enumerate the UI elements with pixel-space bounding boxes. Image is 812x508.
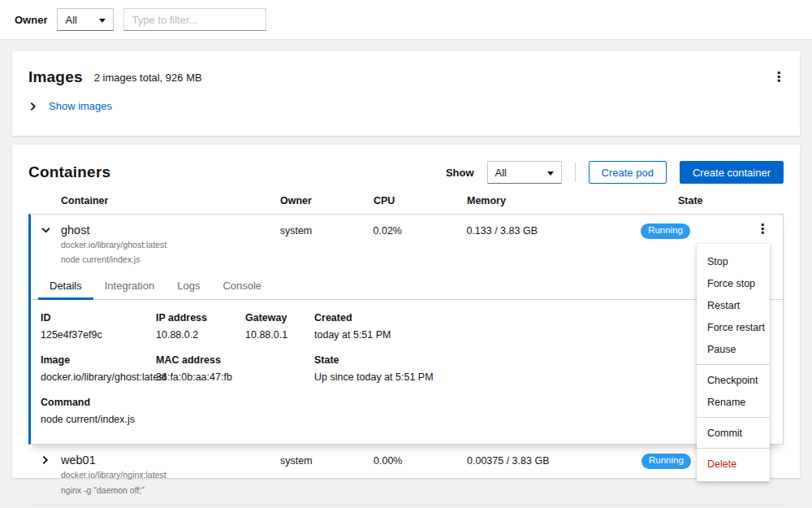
header-cpu: CPU (374, 195, 467, 206)
table-row[interactable]: ghost docker.io/library/ghost:latest nod… (31, 215, 783, 273)
show-images-link[interactable]: Show images (49, 100, 112, 112)
detail-mac-value: 36:fa:0b:aa:47:fb (156, 371, 245, 383)
menu-item-checkpoint[interactable]: Checkpoint (697, 369, 770, 391)
chevron-right-icon (41, 457, 50, 463)
header-state: State (641, 195, 743, 206)
detail-id: ID 125e4f37ef9c (41, 312, 156, 354)
detail-image-label: Image (41, 354, 156, 366)
menu-item-stop[interactable]: Stop (697, 250, 770, 272)
containers-actions: Show All Create pod Create container (446, 161, 784, 184)
container-actions-menu: Stop Force stop Restart Force restart Pa… (697, 244, 770, 481)
detail-command-label: Command (41, 397, 773, 408)
detail-id-label: ID (41, 312, 156, 323)
images-card: Images 2 images total, 926 MB ⋮ Show ima… (12, 51, 800, 136)
detail-ip-value: 10.88.0.2 (156, 329, 245, 341)
detail-gateway: Gateway 10.88.0.1 (245, 312, 314, 354)
menu-item-pause[interactable]: Pause (697, 338, 770, 360)
menu-item-delete[interactable]: Delete (697, 453, 770, 475)
container-command: nginx -g "daemon off;" (61, 484, 280, 497)
menu-item-force-stop[interactable]: Force stop (697, 272, 770, 294)
memory-cell: 0.133 / 3.83 GB (466, 224, 641, 237)
detail-gateway-label: Gateway (245, 312, 314, 323)
row-kebab-menu-icon[interactable]: ⋮ (751, 221, 774, 237)
owner-cell: system (280, 224, 374, 237)
detail-command: Command node current/index.js (41, 397, 773, 439)
container-image: docker.io/library/nginx:latest (61, 469, 280, 481)
container-cell: ghost docker.io/library/ghost:latest nod… (61, 224, 280, 266)
tab-integration[interactable]: Integration (93, 273, 166, 300)
menu-divider (697, 364, 770, 365)
memory-cell: 0.00375 / 3.83 GB (467, 454, 641, 467)
owner-select[interactable]: All (57, 8, 114, 31)
container-name: ghost (61, 224, 280, 237)
tab-details[interactable]: Details (38, 273, 93, 300)
create-pod-button[interactable]: Create pod (589, 161, 667, 184)
detail-image-value: docker.io/library/ghost:latest (41, 371, 156, 383)
containers-card-header: Containers Show All Create pod Create co… (28, 161, 784, 184)
menu-divider (697, 417, 770, 418)
chevron-right-icon (28, 103, 37, 110)
detail-ip: IP address 10.88.0.2 (156, 312, 245, 354)
page: Owner All Images 2 images total, 926 MB … (0, 0, 812, 508)
expand-row-toggle[interactable] (28, 454, 61, 463)
menu-item-force-restart[interactable]: Force restart (697, 316, 770, 338)
header-memory: Memory (467, 195, 641, 206)
owner-select-value: All (65, 14, 76, 26)
status-badge: Running (641, 224, 690, 239)
container-name: web01 (61, 454, 280, 467)
show-label: Show (446, 167, 474, 179)
show-filter-select[interactable]: All (487, 161, 562, 184)
containers-card: Containers Show All Create pod Create co… (12, 145, 800, 478)
filter-input[interactable] (123, 8, 266, 31)
cpu-cell: 0.02% (374, 224, 467, 237)
container-row-ghost-expanded: ghost docker.io/library/ghost:latest nod… (28, 214, 784, 445)
details-panel: ID 125e4f37ef9c IP address 10.88.0.2 Gat… (31, 300, 783, 444)
filter-toolbar: Owner All (0, 0, 812, 40)
detail-tabs: Details Integration Logs Console (31, 273, 783, 300)
images-kebab-menu-icon[interactable]: ⋮ (767, 69, 790, 85)
menu-item-rename[interactable]: Rename (697, 391, 770, 413)
menu-item-restart[interactable]: Restart (697, 294, 770, 316)
header-owner: Owner (280, 195, 374, 206)
show-images-toggle[interactable]: Show images (28, 100, 784, 112)
detail-mac: MAC address 36:fa:0b:aa:47:fb (156, 354, 245, 397)
menu-item-commit[interactable]: Commit (697, 422, 770, 444)
create-container-button[interactable]: Create container (680, 161, 784, 184)
toolbar-divider (575, 163, 576, 182)
table-row[interactable]: web01 docker.io/library/nginx:latest ngi… (28, 445, 784, 504)
container-cell: web01 docker.io/library/nginx:latest ngi… (61, 454, 280, 496)
owner-label: Owner (15, 14, 47, 26)
table-header-row: Container Owner CPU Memory State (28, 195, 784, 214)
chevron-down-icon (41, 227, 50, 233)
menu-divider (697, 448, 770, 449)
detail-command-value: node current/index.js (41, 414, 773, 425)
detail-spacer (245, 354, 314, 397)
chevron-down-icon (99, 19, 106, 23)
containers-table: Container Owner CPU Memory State ghost (28, 195, 784, 505)
containers-title: Containers (28, 163, 110, 181)
detail-id-value: 125e4f37ef9c (41, 329, 156, 341)
status-badge: Running (641, 454, 691, 469)
images-summary: 2 images total, 926 MB (94, 72, 202, 84)
cpu-cell: 0.00% (374, 454, 467, 467)
owner-cell: system (280, 454, 374, 467)
collapse-row-toggle[interactable] (31, 224, 61, 233)
images-card-header: Images 2 images total, 926 MB ⋮ (28, 68, 784, 86)
show-filter-value: All (495, 167, 507, 179)
detail-ip-label: IP address (156, 312, 245, 323)
tab-console[interactable]: Console (211, 273, 273, 300)
state-cell: Running (641, 224, 742, 239)
row-actions-cell: ⋮ (742, 224, 783, 237)
detail-gateway-value: 10.88.0.1 (245, 329, 314, 341)
detail-image: Image docker.io/library/ghost:latest (41, 354, 156, 397)
container-image: docker.io/library/ghost:latest (61, 239, 280, 251)
tab-logs[interactable]: Logs (166, 273, 211, 300)
images-title: Images (28, 68, 83, 86)
chevron-down-icon (547, 172, 554, 176)
container-command: node current/index.js (61, 254, 280, 266)
header-container: Container (61, 195, 280, 206)
detail-mac-label: MAC address (156, 354, 245, 366)
